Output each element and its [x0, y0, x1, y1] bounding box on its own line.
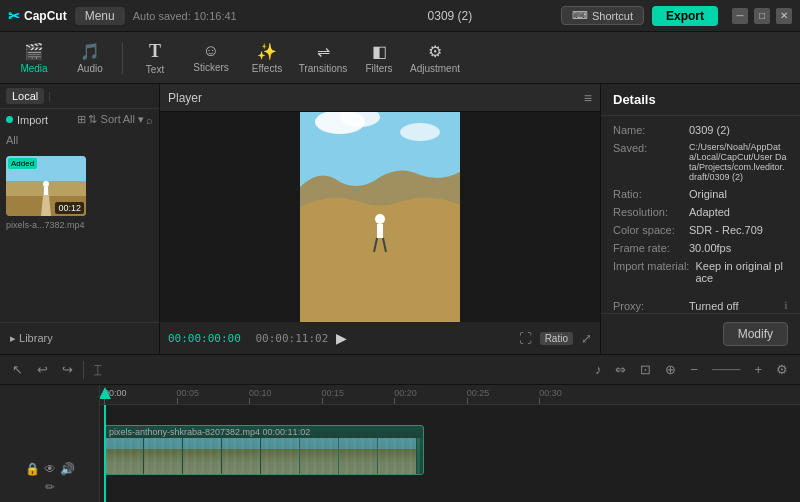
detail-name-val: 0309 (2) — [689, 124, 730, 136]
player-area — [160, 112, 600, 322]
timeline-main: 00:00 00:05 00:10 00:15 — [100, 385, 800, 502]
tool-text[interactable]: T Text — [129, 35, 181, 81]
tool-media[interactable]: 🎬 Media — [8, 35, 60, 81]
tool-effects[interactable]: ✨ Effects — [241, 35, 293, 81]
media-item[interactable]: Added 00:12 — [6, 156, 86, 216]
tool-media-label: Media — [20, 63, 47, 74]
cursor-tool-icon[interactable]: ↖ — [8, 360, 27, 379]
detail-proxy-key: Proxy: — [613, 300, 683, 312]
effects-icon: ✨ — [257, 42, 277, 61]
import-dot — [6, 116, 13, 123]
export-button[interactable]: Export — [652, 6, 718, 26]
tool-filters[interactable]: ◧ Filters — [353, 35, 405, 81]
import-button[interactable]: Import — [17, 114, 48, 126]
snap-icon[interactable]: ⊕ — [661, 360, 680, 379]
minimize-button[interactable]: ─ — [732, 8, 748, 24]
added-badge: Added — [8, 158, 37, 169]
ruler-mark-5: 00:05 — [177, 388, 200, 404]
proxy-info-icon[interactable]: ℹ — [784, 300, 788, 311]
detail-colorspace: Color space: SDR - Rec.709 — [613, 224, 788, 236]
link-icon[interactable]: ⇔ — [611, 360, 630, 379]
details-panel: Details Name: 0309 (2) Saved: C:/Users/N… — [600, 84, 800, 354]
settings-tl-icon[interactable]: ⚙ — [772, 360, 792, 379]
ruler-mark-25: 00:25 — [467, 388, 490, 404]
audio-track-icon[interactable]: ♪ — [591, 360, 606, 379]
ratio-badge[interactable]: Ratio — [540, 332, 573, 345]
media-icon: 🎬 — [24, 42, 44, 61]
tool-adjustment-label: Adjustment — [410, 63, 460, 74]
time-current: 00:00:00:00 — [168, 332, 241, 345]
split-icon[interactable]: ⌶ — [90, 360, 106, 379]
svg-point-10 — [375, 214, 385, 224]
timeline-area: ↖ ↩ ↪ ⌶ ♪ ⇔ ⊡ ⊕ − ──── + ⚙ 🔒 👁 🔊 ✏ — [0, 354, 800, 502]
tool-transitions[interactable]: ⇌ Transitions — [297, 35, 349, 81]
timeline-ruler: 00:00 00:05 00:10 00:15 — [100, 385, 800, 405]
window-controls: ─ □ ✕ — [732, 8, 792, 24]
crop-icon[interactable]: ⊡ — [636, 360, 655, 379]
all-filter[interactable]: All ▾ — [123, 113, 144, 126]
detail-resolution-val: Adapted — [689, 206, 730, 218]
shortcut-button[interactable]: ⌨ Shortcut — [561, 6, 644, 25]
detail-name: Name: 0309 (2) — [613, 124, 788, 136]
media-grid: Added 00:12 pixels-a...7382.mp4 — [0, 150, 159, 322]
tool-stickers[interactable]: ☺ Stickers — [185, 35, 237, 81]
video-track[interactable]: pixels-anthony-shkraba-8207382.mp4 00:00… — [104, 425, 424, 475]
menu-button[interactable]: Menu — [75, 7, 125, 25]
top-bar: ✂ CapCut Menu Auto saved: 10:16:41 0309 … — [0, 0, 800, 32]
time-total: 00:00:11:02 — [249, 332, 328, 345]
timeline-toolbar: ↖ ↩ ↪ ⌶ ♪ ⇔ ⊡ ⊕ − ──── + ⚙ — [0, 355, 800, 385]
track-icons-row: 🔒 👁 🔊 — [25, 462, 75, 476]
maximize-button[interactable]: □ — [754, 8, 770, 24]
tool-adjustment[interactable]: ⚙ Adjustment — [409, 35, 461, 81]
project-title: 0309 (2) — [347, 9, 553, 23]
visibility-icon[interactable]: 👁 — [44, 462, 56, 476]
player-label: Player — [168, 91, 202, 105]
fit-screen-icon[interactable]: ⛶ — [519, 331, 532, 346]
zoom-out-tl[interactable]: − — [686, 360, 702, 379]
tool-text-label: Text — [146, 64, 164, 75]
left-panel: Local | Import ⊞ ⇅ Sort All ▾ ⌕ All — [0, 84, 160, 354]
close-button[interactable]: ✕ — [776, 8, 792, 24]
sort-icon[interactable]: ⇅ Sort — [88, 113, 120, 126]
tool-stickers-label: Stickers — [193, 62, 229, 73]
ruler-mark-10: 00:10 — [249, 388, 272, 404]
audio-toggle-icon[interactable]: 🔊 — [60, 462, 75, 476]
zoom-slider[interactable]: ──── — [708, 362, 744, 377]
search-icon[interactable]: ⌕ — [146, 114, 153, 126]
svg-point-9 — [400, 123, 440, 141]
auto-saved-label: Auto saved: 10:16:41 — [133, 10, 339, 22]
player-menu-icon[interactable]: ≡ — [584, 90, 592, 106]
modify-button[interactable]: Modify — [723, 322, 788, 346]
main-area: Local | Import ⊞ ⇅ Sort All ▾ ⌕ All — [0, 84, 800, 354]
logo: ✂ CapCut — [8, 8, 67, 24]
grid-view-icon[interactable]: ⊞ — [77, 113, 86, 126]
detail-ratio: Ratio: Original — [613, 188, 788, 200]
details-body: Name: 0309 (2) Saved: C:/Users/Noah/AppD… — [601, 116, 800, 313]
track-waveform — [105, 438, 423, 474]
svg-point-4 — [43, 181, 49, 187]
pencil-icon[interactable]: ✏ — [45, 480, 55, 494]
detail-saved: Saved: C:/Users/Noah/AppData/Local/CapCu… — [613, 142, 788, 182]
filters-icon: ◧ — [372, 42, 387, 61]
tl-right-icons: ♪ ⇔ ⊡ ⊕ − ──── + ⚙ — [591, 360, 792, 379]
text-icon: T — [149, 41, 161, 62]
detail-ratio-key: Ratio: — [613, 188, 683, 200]
undo-icon[interactable]: ↩ — [33, 360, 52, 379]
fullscreen-icon[interactable]: ⤢ — [581, 331, 592, 346]
svg-rect-5 — [44, 187, 48, 195]
tab-local[interactable]: Local — [6, 88, 44, 104]
app-name: CapCut — [24, 9, 67, 23]
detail-colorspace-key: Color space: — [613, 224, 683, 236]
library-item[interactable]: ▸ Library — [6, 329, 153, 348]
zoom-in-tl[interactable]: + — [750, 360, 766, 379]
playhead[interactable] — [104, 405, 106, 502]
tool-audio[interactable]: 🎵 Audio — [64, 35, 116, 81]
view-controls: ⊞ ⇅ Sort All ▾ ⌕ — [77, 113, 153, 126]
detail-resolution: Resolution: Adapted — [613, 206, 788, 218]
duration-badge: 00:12 — [55, 202, 84, 214]
adjustment-icon: ⚙ — [428, 42, 442, 61]
redo-icon[interactable]: ↪ — [58, 360, 77, 379]
tool-transitions-label: Transitions — [299, 63, 348, 74]
play-button[interactable]: ▶ — [336, 330, 347, 346]
lock-icon[interactable]: 🔒 — [25, 462, 40, 476]
